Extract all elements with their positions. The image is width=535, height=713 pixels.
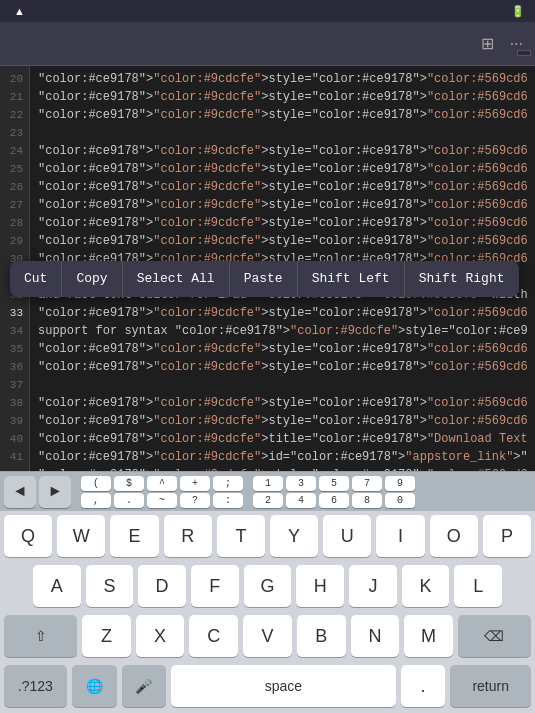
key-2[interactable]: 2 (253, 493, 283, 508)
read-icon[interactable] (445, 40, 453, 48)
keyboard: ◄ ► ( , $ . ^ ~ + ? ; : 1 2 3 4 (0, 471, 535, 713)
key-c[interactable]: C (189, 615, 238, 657)
key-y[interactable]: Y (270, 515, 318, 557)
key-a[interactable]: A (33, 565, 81, 607)
key-m[interactable]: M (404, 615, 453, 657)
key-group-56: 5 6 (319, 476, 349, 508)
key-4[interactable]: 4 (286, 493, 316, 508)
key-u[interactable]: U (323, 515, 371, 557)
line-info (517, 50, 531, 56)
key-question[interactable]: ? (180, 493, 210, 508)
key-1[interactable]: 1 (253, 476, 283, 491)
undo-button[interactable] (56, 40, 68, 48)
key-l[interactable]: L (454, 565, 502, 607)
key-g[interactable]: G (244, 565, 292, 607)
arrow-right-key[interactable]: ► (39, 476, 71, 508)
key-comma[interactable]: , (81, 493, 111, 508)
emoji-key[interactable]: 🌐 (72, 665, 117, 707)
key-x[interactable]: X (136, 615, 185, 657)
context-menu-item-shift-right[interactable]: Shift Right (405, 261, 519, 297)
context-menu-item-shift-left[interactable]: Shift Left (298, 261, 405, 297)
key-p[interactable]: P (483, 515, 531, 557)
key-group-plus: + ? (180, 476, 210, 508)
context-menu-item-select-all[interactable]: Select All (123, 261, 230, 297)
key-caret[interactable]: ^ (147, 476, 177, 491)
shift-key[interactable]: ⇧ (4, 615, 77, 657)
code-line: "color:#ce9178">"color:#9cdcfe">style="c… (38, 214, 527, 232)
key-3[interactable]: 3 (286, 476, 316, 491)
key-v[interactable]: V (243, 615, 292, 657)
code-editor[interactable]: 2021222324252627282930313233343536373839… (0, 66, 535, 471)
key-z[interactable]: Z (82, 615, 131, 657)
search-icon[interactable] (461, 40, 469, 48)
files-button[interactable] (26, 40, 38, 48)
key-paren-open[interactable]: ( (81, 476, 111, 491)
key-s[interactable]: S (86, 565, 134, 607)
space-key[interactable]: space (171, 665, 395, 707)
context-menu-item-copy[interactable]: Copy (62, 261, 122, 297)
code-line: "color:#ce9178">"color:#9cdcfe">style="c… (38, 304, 527, 322)
context-menu-item-cut[interactable]: Cut (10, 261, 62, 297)
key-h[interactable]: H (296, 565, 344, 607)
key-d[interactable]: D (138, 565, 186, 607)
key-n[interactable]: N (351, 615, 400, 657)
return-key[interactable]: return (450, 665, 531, 707)
key-o[interactable]: O (430, 515, 478, 557)
mic-key[interactable]: 🎤 (122, 665, 167, 707)
bottom-row: .?123 🌐 🎤 space . return (0, 661, 535, 713)
key-8[interactable]: 8 (352, 493, 382, 508)
key-dollar[interactable]: $ (114, 476, 144, 491)
num-key[interactable]: .?123 (4, 665, 67, 707)
key-j[interactable]: J (349, 565, 397, 607)
code-line: "color:#ce9178">"color:#9cdcfe">style="c… (38, 70, 527, 88)
toolbar: ⊞ ··· (0, 22, 535, 66)
key-b[interactable]: B (297, 615, 346, 657)
toolbar-icons: ⊞ ··· (445, 30, 527, 57)
delete-key[interactable]: ⌫ (458, 615, 531, 657)
code-line: "color:#ce9178">"color:#9cdcfe">style="c… (38, 88, 527, 106)
code-line: "color:#ce9178">"color:#9cdcfe">style="c… (38, 196, 527, 214)
key-group-12: 1 2 (253, 476, 283, 508)
key-r[interactable]: R (164, 515, 212, 557)
key-0[interactable]: 0 (385, 493, 415, 508)
row-asdf: ASDFGHJKL (0, 561, 535, 611)
key-f[interactable]: F (191, 565, 239, 607)
battery-icon: 🔋 (511, 5, 525, 18)
context-menu: CutCopySelect AllPasteShift LeftShift Ri… (10, 261, 519, 297)
key-tilde[interactable]: ~ (147, 493, 177, 508)
key-group-90: 9 0 (385, 476, 415, 508)
key-i[interactable]: I (376, 515, 424, 557)
arrow-left-key[interactable]: ◄ (4, 476, 36, 508)
status-bar: ▲ 🔋 (0, 0, 535, 22)
period-key[interactable]: . (401, 665, 446, 707)
tabs-icon[interactable]: ⊞ (477, 30, 498, 57)
key-9[interactable]: 9 (385, 476, 415, 491)
code-line: "color:#ce9178">"color:#9cdcfe">id="colo… (38, 448, 527, 466)
key-group-semi: ; : (213, 476, 243, 508)
key-t[interactable]: T (217, 515, 265, 557)
code-line: support for syntax "color:#ce9178">"colo… (38, 322, 527, 340)
key-7[interactable]: 7 (352, 476, 382, 491)
redo-button[interactable] (74, 40, 86, 48)
key-semi[interactable]: ; (213, 476, 243, 491)
context-menu-item-paste[interactable]: Paste (230, 261, 298, 297)
code-line: "color:#ce9178">"color:#9cdcfe">style="c… (38, 412, 527, 430)
key-period[interactable]: . (114, 493, 144, 508)
back-button[interactable] (8, 40, 20, 48)
key-colon[interactable]: : (213, 493, 243, 508)
key-6[interactable]: 6 (319, 493, 349, 508)
code-line: "color:#ce9178">"color:#9cdcfe">style="c… (38, 160, 527, 178)
key-plus[interactable]: + (180, 476, 210, 491)
key-group-paren: ( , (81, 476, 111, 508)
code-line: "color:#ce9178">"color:#9cdcfe">style="c… (38, 394, 527, 412)
key-e[interactable]: E (110, 515, 158, 557)
wifi-icon: ▲ (14, 5, 25, 17)
key-k[interactable]: K (402, 565, 450, 607)
key-w[interactable]: W (57, 515, 105, 557)
code-line: "color:#ce9178">"color:#9cdcfe">style="c… (38, 178, 527, 196)
key-group-dollar: $ . (114, 476, 144, 508)
code-line: "color:#ce9178">"color:#9cdcfe">style="c… (38, 142, 527, 160)
key-group-78: 7 8 (352, 476, 382, 508)
key-q[interactable]: Q (4, 515, 52, 557)
key-5[interactable]: 5 (319, 476, 349, 491)
